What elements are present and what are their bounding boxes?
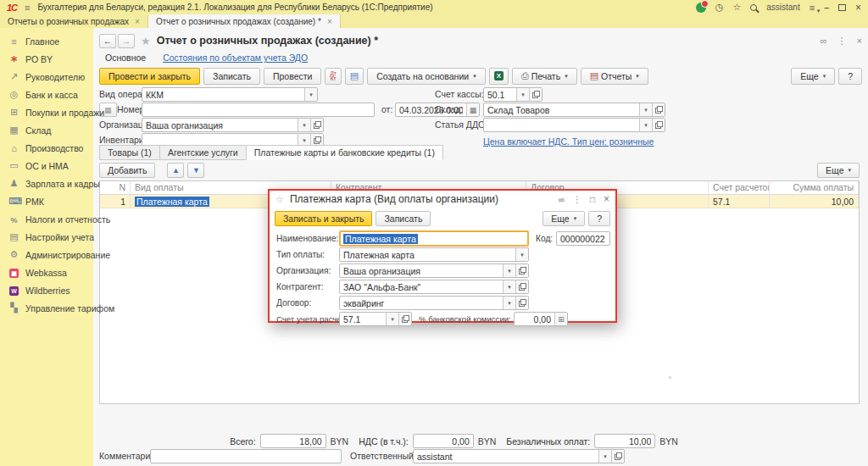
dds-article-input[interactable] — [484, 119, 639, 131]
bank-commission-input[interactable] — [515, 313, 554, 325]
get-link-icon[interactable]: ∞ — [821, 36, 827, 47]
history-icon[interactable]: ◷ — [715, 2, 724, 13]
number-input[interactable] — [142, 103, 374, 116]
cell-amount[interactable]: 10,00 — [770, 195, 859, 208]
add-row-button[interactable]: Добавить — [99, 163, 155, 178]
bank-commission-field[interactable] — [514, 312, 568, 326]
contract-field[interactable] — [339, 296, 529, 310]
save-button[interactable]: Записать — [203, 68, 260, 85]
name-field[interactable]: Платежная карта — [339, 230, 529, 247]
code-input[interactable] — [557, 232, 609, 245]
sidebar-item-tariff[interactable]: Управление тарифом — [0, 299, 93, 317]
document-movements-button[interactable] — [345, 68, 364, 85]
post-button[interactable]: Провести — [264, 68, 321, 85]
dialog-save-close-button[interactable]: Записать и закрыть — [275, 211, 372, 226]
main-menu-icon[interactable]: ≡ — [25, 3, 30, 13]
reports-button[interactable]: Отчеты — [581, 68, 648, 85]
sidebar-item-production[interactable]: Производство — [0, 139, 93, 157]
chevron-down-icon[interactable] — [598, 450, 611, 463]
column-header[interactable]: Счет расчетов — [709, 181, 770, 194]
post-and-close-button[interactable]: Провести и закрыть — [99, 68, 200, 85]
chevron-down-icon[interactable] — [386, 313, 398, 325]
help-button[interactable]: ? — [838, 68, 862, 85]
responsible-field[interactable] — [413, 449, 625, 463]
chevron-down-icon[interactable] — [515, 248, 528, 261]
vat-input[interactable] — [414, 435, 473, 447]
get-link-icon[interactable]: ∞ — [559, 195, 565, 204]
excel-export-button[interactable] — [489, 68, 509, 85]
organization-field[interactable] — [142, 118, 324, 132]
search-icon[interactable] — [750, 4, 757, 11]
dt-kt-postings-button[interactable] — [325, 68, 341, 85]
chevron-down-icon[interactable] — [304, 88, 317, 101]
operation-kind-input[interactable] — [142, 88, 304, 101]
sidebar-item-ro-by[interactable]: PO BY — [0, 50, 93, 68]
cash-account-input[interactable] — [484, 88, 516, 101]
list-more-button[interactable]: Еще — [817, 163, 860, 178]
open-icon[interactable] — [398, 313, 411, 325]
column-header[interactable]: N — [100, 181, 131, 194]
sidebar-item-fixed-assets[interactable]: ОС и НМА — [0, 157, 93, 175]
sidebar-item-rmk[interactable]: РМК — [0, 192, 93, 210]
cell-n[interactable]: 1 — [100, 195, 131, 208]
operation-kind-field[interactable] — [142, 87, 318, 102]
organization-field[interactable] — [339, 264, 529, 278]
sidebar-item-webkassa[interactable]: ▦Webkassa — [0, 264, 93, 281]
restore-button[interactable] — [838, 4, 846, 11]
sidebar-item-wildberries[interactable]: WWildberries — [0, 281, 93, 299]
sidebar-item-administration[interactable]: Администрирование — [0, 246, 93, 264]
minimize-button[interactable]: – — [824, 3, 829, 13]
nav-link-main[interactable]: Основное — [105, 53, 146, 63]
settlement-account-field[interactable] — [339, 312, 412, 326]
tab-goods[interactable]: Товары (1) — [99, 145, 159, 160]
open-icon[interactable] — [310, 119, 323, 131]
contract-input[interactable] — [340, 297, 503, 309]
counterparty-input[interactable] — [340, 280, 503, 293]
warehouse-field[interactable] — [483, 103, 665, 117]
close-tab-icon[interactable]: × — [327, 17, 332, 26]
tab-agent-services[interactable]: Агентские услуги — [159, 145, 246, 160]
number-field[interactable] — [142, 103, 375, 117]
more-vertical-icon[interactable]: ⋮ — [573, 195, 581, 204]
tab-payment-cards[interactable]: Платежные карты и банковские кредиты (1) — [246, 145, 443, 160]
move-up-button[interactable]: ▲ — [167, 163, 184, 178]
favorite-star-icon[interactable]: ☆ — [275, 194, 284, 205]
sidebar-item-manager[interactable]: Руководителю — [0, 68, 93, 86]
open-icon[interactable] — [652, 103, 665, 116]
print-button[interactable]: Печать — [512, 68, 577, 85]
sidebar-item-main[interactable]: Главное — [0, 32, 93, 50]
current-user[interactable]: assistant — [766, 3, 799, 12]
column-header[interactable]: Сумма оплаты — [770, 181, 859, 194]
sidebar-item-salary-hr[interactable]: Зарплата и кадры — [0, 175, 93, 192]
comment-field[interactable] — [150, 449, 342, 463]
dialog-more-button[interactable]: Еще — [542, 211, 585, 226]
open-icon[interactable] — [652, 119, 665, 131]
maximize-icon[interactable]: □ — [590, 195, 595, 204]
close-dialog-icon[interactable]: × — [604, 193, 609, 205]
code-field[interactable] — [556, 231, 610, 246]
create-based-on-button[interactable]: Создать на основании — [367, 68, 485, 85]
favorites-icon[interactable]: ☆ — [732, 2, 741, 13]
warehouse-input[interactable] — [484, 103, 639, 116]
back-button[interactable]: ← — [99, 34, 116, 48]
tab-retail-report-new[interactable]: Отчет о розничных продажах (создание) * … — [148, 14, 341, 28]
cash-account-field[interactable] — [483, 87, 542, 102]
open-icon[interactable] — [515, 297, 528, 309]
open-icon[interactable] — [611, 450, 624, 463]
favorite-star-icon[interactable]: ★ — [141, 35, 151, 47]
cashless-input[interactable] — [595, 435, 654, 447]
dds-article-field[interactable] — [483, 118, 665, 132]
dialog-help-button[interactable]: ? — [588, 211, 610, 226]
settings-menu-icon[interactable]: ≡ — [810, 3, 815, 13]
dialog-save-button[interactable]: Записать — [376, 211, 431, 226]
calendar-icon[interactable] — [466, 103, 479, 116]
move-down-button[interactable]: ▼ — [187, 163, 204, 178]
chevron-down-icon[interactable] — [503, 264, 515, 277]
chevron-down-icon[interactable] — [639, 119, 652, 131]
total-input[interactable] — [261, 435, 326, 447]
responsible-input[interactable] — [414, 450, 598, 463]
forward-button[interactable]: → — [118, 34, 135, 48]
close-form-icon[interactable]: × — [857, 36, 862, 47]
payment-type-input[interactable] — [340, 248, 515, 261]
chevron-down-icon[interactable] — [639, 103, 652, 116]
